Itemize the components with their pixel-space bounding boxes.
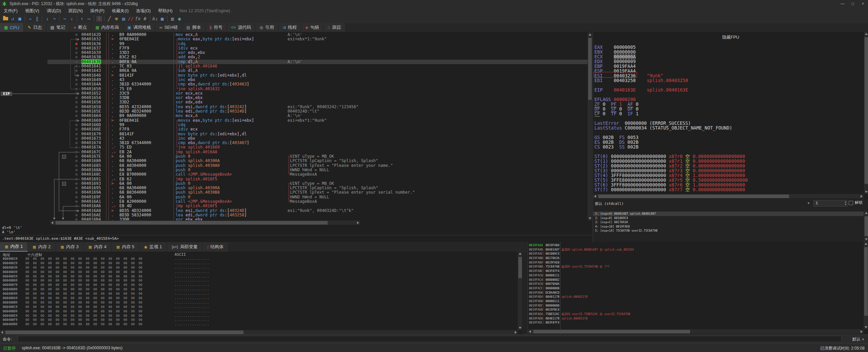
scroll-thumb[interactable] (598, 195, 789, 198)
stop-icon[interactable]: ■ (16, 15, 23, 22)
scroll-thumb[interactable] (5, 331, 243, 334)
menu-n[interactable]: 跟踪(N) (65, 7, 86, 14)
row-dot-icon[interactable] (75, 124, 78, 126)
row-dot-icon[interactable] (75, 70, 78, 72)
stack-row[interactable]: 0019FAD0│DCBAABCD (528, 291, 864, 295)
calling-convention-select[interactable]: 默认 (stdcall) (595, 201, 624, 206)
disasm-row[interactable]: 00401650.^75 E0└jne splish.401632 (47, 87, 588, 91)
argument-row[interactable]: 2: [esp+8] 001009C4 (593, 216, 864, 220)
dump-row[interactable]: 0604081900 00 00 00 00 00 00 00 00 00 00… (0, 257, 522, 261)
disasm-row[interactable]: 004016A6.vEB 4Djmp splish.4016F5 (47, 204, 588, 208)
scroll-arrow-icon[interactable] (519, 253, 521, 255)
dump-row[interactable]: 060408F900 00 00 00 00 00 00 00 00 00 00… (0, 318, 522, 322)
execute-till-return-icon[interactable]: ↑ (78, 15, 85, 22)
disasm-row[interactable]: 0040165E.8D3D 4D324000lea edi,dword ptr … (47, 109, 588, 114)
row-dot-icon[interactable] (75, 182, 78, 185)
disasm-row[interactable]: 0040169A.68 B8304000push splish.4030B8│L… (47, 190, 588, 195)
disasm-row[interactable]: 00401673.43│inc ebx (47, 136, 588, 141)
row-dot-icon[interactable] (75, 115, 78, 117)
disasm-row[interactable]: 00401656.33D2xor edx,edx (47, 100, 588, 104)
disasm-row[interactable]: 004016A8>8D35 4D324000lea esi,dword ptr … (47, 209, 588, 213)
row-dot-icon[interactable] (75, 133, 78, 135)
stack-vscrollbar[interactable] (864, 242, 868, 329)
disasm-row[interactable]: 00401670.88141F│mov byte ptr ds:[edi+ebx… (47, 132, 588, 136)
tab-日志[interactable]: ✎日志 (24, 23, 46, 32)
tab-句柄[interactable]: ◈句柄 (301, 23, 323, 32)
disasm-row[interactable]: 0040166D.99│cdq (47, 123, 588, 127)
row-dot-icon[interactable] (75, 47, 78, 50)
disassembly-hscrollbar[interactable] (50, 220, 360, 225)
tab-内存-1[interactable]: ▦内存 1 (0, 242, 28, 252)
dump-vscrollbar[interactable] (518, 252, 522, 330)
stack-row[interactable]: 0019FAD4│00401178splish.00401178 (528, 295, 864, 299)
disasm-row[interactable]: 004016B4.33DBxor ebx,ebx (47, 217, 588, 220)
menu-v[interactable]: 视图(V) (21, 7, 43, 14)
tab-监视-1[interactable]: ◉监视 1 (139, 242, 167, 252)
row-dot-icon[interactable] (75, 34, 78, 36)
disasm-row[interactable]: 0040166E.F7F9│idiv ecx (47, 127, 588, 132)
stepper-arrows-icon[interactable]: ▲▼ (845, 200, 846, 206)
stack-row[interactable]: 0019FAB4└0019FAE0 (528, 260, 864, 265)
disasm-row[interactable]: 00401680.68 0A304000push splish.40300A│L… (47, 159, 588, 163)
scroll-arrow-icon[interactable] (861, 330, 863, 333)
registers-hscrollbar[interactable] (593, 194, 864, 198)
tab-引用[interactable]: ◎引用 (255, 23, 278, 32)
menu-o[interactable]: 选项(O) (132, 7, 154, 14)
row-dot-icon[interactable] (75, 74, 78, 77)
disasm-row[interactable]: 0040162D.B9 0A000000mov ecx,AA:'\n' (47, 33, 588, 37)
globe-icon[interactable]: ◉ (176, 15, 183, 22)
row-dot-icon[interactable] (75, 164, 78, 167)
disasm-row[interactable]: 0040163B.83C2 02│add edx,2 (47, 55, 588, 59)
argument-row[interactable]: 4: [esp+10] 0019FAE0 (593, 224, 864, 229)
row-dot-icon[interactable] (75, 173, 78, 176)
dump-row[interactable]: 0604083900 00 00 00 00 00 00 00 00 00 00… (0, 266, 522, 270)
tab-内存布局[interactable]: ▦内存布局 (91, 23, 123, 32)
row-dot-icon[interactable] (75, 65, 78, 67)
disasm-row[interactable]: 0040164A.3B1D 63344000│cmp ebx,dword ptr… (47, 82, 588, 86)
dump-row[interactable]: 0604087900 00 00 00 00 00 00 00 00 00 00… (0, 283, 522, 287)
row-dot-icon[interactable] (75, 52, 78, 54)
row-dot-icon[interactable] (75, 83, 78, 85)
tab-cpu[interactable]: ▦CPU (0, 23, 24, 32)
hide-fpu-button[interactable]: 隐藏FPU (593, 35, 868, 40)
stack-row[interactable]: 0019FAE0└0019FBC4 (528, 308, 864, 312)
tab-局部变量[interactable]: [x=]局部变量 (167, 242, 203, 252)
row-dot-icon[interactable] (75, 196, 78, 198)
stack-row[interactable]: 0019FAA8┌00401407返回到 splish.00401407 自 s… (528, 248, 864, 252)
row-dot-icon[interactable] (75, 101, 78, 103)
tab-内存-4[interactable]: ▦内存 4 (84, 242, 112, 252)
disasm-row[interactable]: 00401639.33D3│xor edx,ebx (47, 51, 588, 55)
tab-笔记[interactable]: ▤笔记 (46, 23, 70, 32)
stack-row[interactable]: 0019FAE4┌75BE52AC返回到 user32.75BE52AC 自 u… (528, 312, 864, 316)
disasm-row[interactable]: 00401674.3B1D 67344000│cmp ebx,dword ptr… (47, 141, 588, 145)
row-dot-icon[interactable] (75, 205, 78, 207)
menu-p[interactable]: 插件(P) (86, 7, 108, 14)
stack-hscrollbar[interactable] (528, 329, 864, 334)
disasm-row[interactable]: 0040163E.80FA 0A│cmp dl,AA:'\n' (47, 60, 588, 64)
trace-over-icon[interactable]: ⇓ (68, 15, 75, 22)
favourites-icon[interactable]: ≡ (113, 15, 120, 22)
argument-count-stepper[interactable]: 5 ▲▼ (813, 200, 847, 207)
scroll-thumb[interactable] (865, 37, 868, 184)
disasm-row[interactable]: 00401632>0FBE041E┌movsx eax,byte ptr ds:… (47, 37, 588, 41)
restart-icon[interactable]: ↺ (9, 15, 16, 22)
dump-row[interactable]: 060408D900 00 00 00 00 00 00 00 00 00 00… (0, 309, 522, 314)
pause-icon[interactable]: ‖ (34, 15, 41, 22)
tab-内存-5[interactable]: ▦内存 5 (112, 242, 139, 252)
disasm-row[interactable]: 00401652.33C9xor ecx,ecx (47, 91, 588, 96)
tab-符号[interactable]: §符号 (205, 23, 227, 32)
row-dot-icon[interactable] (75, 178, 78, 180)
menu-h[interactable]: 帮助(H) (154, 7, 176, 14)
stack-row[interactable]: 0019FADC│00000000 (528, 304, 864, 308)
row-dot-icon[interactable] (75, 210, 78, 212)
disassembly-vscrollbar[interactable] (588, 33, 592, 220)
memory-chip-icon[interactable]: ▥ (169, 15, 176, 22)
disasm-row[interactable]: 00401649.43│inc ebx (47, 78, 588, 82)
dump-row[interactable]: 0604082900 00 00 00 00 00 00 00 00 00 00… (0, 261, 522, 266)
dump-row[interactable]: 0604090900 00 00 00 00 00 00 00 00 00 00… (0, 322, 522, 327)
disasm-row[interactable]: 00401654.33DBxor ebx,ebx (47, 96, 588, 100)
row-dot-icon[interactable] (75, 56, 78, 58)
hash-icon[interactable]: # (141, 15, 149, 22)
tab-seh链[interactable]: ∞SEH链 (155, 23, 182, 32)
row-dot-icon[interactable] (75, 142, 78, 144)
